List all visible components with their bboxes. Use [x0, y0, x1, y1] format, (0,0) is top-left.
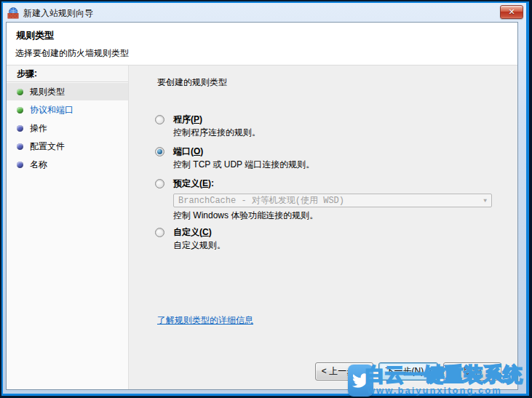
steps-heading: 步骤: — [7, 65, 128, 82]
step-label: 协议和端口 — [30, 104, 74, 116]
back-button[interactable]: < 上一步(B) — [315, 362, 373, 381]
radio-option-custom: 自定义(C) 自定义规则。 — [155, 227, 226, 251]
step-bullet-icon — [17, 143, 23, 150]
step-label: 规则类型 — [30, 86, 65, 98]
step-label: 名称 — [30, 159, 47, 171]
cancel-button[interactable]: 取消 — [443, 362, 501, 381]
steps-pane: 步骤: 规则类型 协议和端口 操作 配置文件 — [7, 65, 129, 389]
step-action: 操作 — [7, 119, 128, 137]
chevron-down-icon: ▼ — [483, 197, 487, 204]
radio-option-program: 程序(P) 控制程序连接的规则。 — [155, 114, 261, 138]
learn-more-link[interactable]: 了解规则类型的详细信息 — [157, 314, 253, 327]
page-subtitle: 选择要创建的防火墙规则类型 — [7, 42, 517, 60]
step-bullet-icon — [17, 125, 23, 132]
content-pane: 要创建的规则类型 程序(P) 控制程序连接的规则。 端口(O) 控制 TCP 或… — [129, 65, 517, 389]
wizard-header: 规则类型 选择要创建的防火墙规则类型 — [7, 23, 517, 65]
firewall-icon — [7, 7, 19, 19]
prompt-label: 要创建的规则类型 — [157, 76, 227, 89]
radio-option-predefined: 预定义(E): BranchCache - 对等机发现(使用 WSD) ▼ 控制… — [155, 178, 492, 221]
radio-option-port: 端口(O) 控制 TCP 或 UDP 端口连接的规则。 — [155, 146, 314, 170]
step-protocol-ports[interactable]: 协议和端口 — [7, 101, 128, 119]
step-rule-type: 规则类型 — [7, 83, 128, 100]
option-label: 自定义(C) — [173, 227, 226, 238]
step-label: 配置文件 — [30, 140, 65, 153]
close-button[interactable]: ✕ — [500, 5, 523, 19]
option-description: 控制 Windows 体验功能连接的规则。 — [173, 210, 492, 221]
option-description: 控制程序连接的规则。 — [173, 127, 261, 138]
predefined-rule-select[interactable]: BranchCache - 对等机发现(使用 WSD) ▼ — [173, 194, 492, 207]
radio-port[interactable] — [155, 147, 164, 156]
close-icon: ✕ — [508, 8, 515, 16]
titlebar: 新建入站规则向导 — [7, 6, 491, 20]
window-title: 新建入站规则向导 — [23, 7, 93, 20]
step-name: 名称 — [7, 156, 128, 173]
radio-custom[interactable] — [155, 228, 164, 237]
step-label: 操作 — [30, 122, 47, 135]
option-description: 自定义规则。 — [173, 240, 226, 251]
next-button[interactable]: 下一步(N) > — [378, 362, 438, 381]
radio-predefined[interactable] — [155, 179, 164, 188]
step-bullet-icon — [17, 89, 23, 95]
option-label: 程序(P) — [173, 114, 261, 125]
page-title: 规则类型 — [7, 23, 517, 42]
step-bullet-icon — [17, 162, 23, 168]
predefined-rule-value: BranchCache - 对等机发现(使用 WSD) — [178, 194, 483, 207]
option-description: 控制 TCP 或 UDP 端口连接的规则。 — [173, 159, 314, 170]
option-label: 预定义(E): — [173, 178, 492, 189]
wizard-dialog: 规则类型 选择要创建的防火墙规则类型 步骤: 规则类型 协议和端口 操作 — [6, 22, 518, 390]
step-profile: 配置文件 — [7, 138, 128, 155]
radio-program[interactable] — [155, 115, 164, 124]
option-label: 端口(O) — [173, 146, 314, 157]
step-bullet-icon — [17, 107, 23, 114]
